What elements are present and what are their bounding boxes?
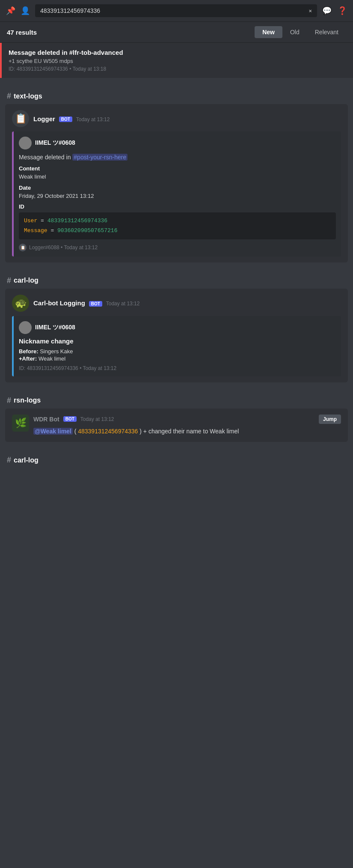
jump-button[interactable]: Jump [319,415,341,424]
after-value: Weak limel [39,355,65,362]
channel-hash-icon-carl: # [7,276,11,285]
sort-tabs: New Old Relevant [255,26,346,38]
svg-point-0 [22,139,28,145]
embed-desc-pre: Message deleted in [19,154,71,161]
logger-timestamp: Today at 13:12 [76,116,110,122]
help-icon[interactable]: ❓ [338,6,347,15]
user-mention: @Weak limel [33,428,73,435]
channel-header-carl-log-1: # carl-log [0,269,353,289]
carlbot-embed: IIMEL ツ#0608 Nickname change Before: Sin… [12,316,341,376]
carl-embed-user-row: IIMEL ツ#0608 [19,321,336,334]
channel-header-text-logs: # text-logs [0,85,353,104]
after-label: +After: [19,355,37,362]
results-bar: 47 results New Old Relevant [0,22,353,43]
carlbot-timestamp: Today at 13:12 [106,301,140,307]
top-bar: 📌 👤 483391312456974336 × 💬 ❓ [0,0,353,22]
logger-username: Logger [33,115,55,122]
embed-user-avatar [19,137,32,149]
bot-badge-wdr: BOT [63,416,77,422]
carl-embed-user-avatar [19,321,32,334]
carl-embed-username: IIMEL ツ#0608 [35,324,75,331]
id-user-key: User [24,218,37,224]
channel-hash-icon-carl-2: # [7,456,11,465]
svg-point-3 [21,329,30,334]
msg-meta: Logger BOT Today at 13:12 [33,115,110,122]
pin-icon[interactable]: 📌 [6,6,15,15]
message-card-wdr: 🌿 WDR Bot BOT Today at 13:12 Jump @Weak … [5,409,348,442]
embed-footer-text: Logger#6088 • Today at 13:12 [29,245,98,251]
deleted-message-card-top: Message deleted in #lfr-tob-advanced +1 … [0,43,353,78]
search-clear-button[interactable]: × [309,8,312,14]
before-label: Before: [19,348,39,355]
msg-header-carlbot: 🐢 Carl-bot Logging BOT Today at 13:12 [12,295,341,312]
channel-name-text-logs: text-logs [14,92,42,100]
user-icon[interactable]: 👤 [21,6,30,15]
message-card-logger: 📋 Logger BOT Today at 13:12 IIMEL ツ#0608… [5,104,348,262]
nickname-before: Before: Singers Kake [19,348,336,355]
channel-name-carl-log-1: carl-log [14,277,39,284]
svg-point-1 [21,145,30,149]
carl-embed-title: Nickname change [19,337,336,345]
rsn-header-row: 🌿 WDR Bot BOT Today at 13:12 Jump @Weak … [12,415,341,436]
id-user-val: 483391312456974336 [47,218,107,224]
svg-point-2 [22,323,28,329]
bot-badge-carlbot: BOT [89,301,102,307]
embed-footer: 📋 Logger#6088 • Today at 13:12 [19,244,336,251]
rsn-message-body: @Weak limel ( 483391312456974336 ) + cha… [33,427,341,436]
rsn-message-text: changed their name to Weak limel [148,428,239,435]
channel-header-carl-log-2: # carl-log [0,449,353,468]
carlbot-avatar: 🐢 [12,295,29,312]
carlbot-username: Carl-bot Logging [33,299,85,307]
channel-hash-icon: # [7,92,11,101]
id-msg-key: Message [24,227,47,234]
top-bar-actions: 💬 ❓ [322,6,347,15]
wdr-timestamp: Today at 13:12 [80,416,114,422]
sort-tab-relevant[interactable]: Relevant [307,26,346,38]
sort-tab-old[interactable]: Old [282,26,307,38]
channel-header-rsn-logs: # rsn-logs [0,389,353,409]
bot-badge-logger: BOT [59,116,72,122]
carl-id-line: ID: 483391312456974336 • Today at 13:12 [19,365,336,371]
embed-field-id-label: ID [19,203,336,210]
channel-name-carl-log-2: carl-log [14,456,39,464]
embed-footer-avatar: 📋 [19,244,27,251]
deleted-msg-id: ID: 483391312456974336 • Today at 13:18 [9,66,123,72]
id-msg-val: 903602090507657216 [57,227,117,234]
chat-icon[interactable]: 💬 [322,6,332,15]
logger-embed: IIMEL ツ#0608 Message deleted in #post-yo… [12,131,341,257]
msg-header-logger: 📋 Logger BOT Today at 13:12 [12,110,341,127]
message-card-carlbot: 🐢 Carl-bot Logging BOT Today at 13:12 II… [5,289,348,382]
embed-field-date-value: Friday, 29 October 2021 13:12 [19,192,336,200]
wdr-username: WDR Bot [33,416,59,423]
logger-avatar: 📋 [12,110,29,127]
embed-field-content-value: Weak limel [19,173,336,181]
search-value: 483391312456974336 [40,7,100,14]
deleted-msg-body: Message deleted in #lfr-tob-advanced +1 … [9,49,123,72]
embed-user-row: IIMEL ツ#0608 [19,137,336,149]
channel-hash-icon-rsn: # [7,396,11,405]
id-eq-1: = [41,218,47,224]
deleted-msg-title: Message deleted in #lfr-tob-advanced [9,49,123,56]
wdr-avatar: 🌿 [12,415,29,432]
rsn-msg-header: WDR Bot BOT Today at 13:12 Jump [33,415,341,424]
deleted-msg-subtitle: +1 scythe EU W505 mdps [9,58,123,64]
search-results-content: Message deleted in #lfr-tob-advanced +1 … [0,43,353,477]
embed-username: IIMEL ツ#0608 [35,139,75,147]
embed-description: Message deleted in #post-your-rsn-here [19,153,336,162]
channel-name-rsn-logs: rsn-logs [14,397,41,404]
nickname-section: Before: Singers Kake +After: Weak limel … [19,348,336,371]
channel-mention: #post-your-rsn-here [72,154,128,161]
id-eq-2: = [50,227,57,234]
rsn-content: WDR Bot BOT Today at 13:12 Jump @Weak li… [33,415,341,436]
carlbot-meta: Carl-bot Logging BOT Today at 13:12 [33,299,139,307]
sort-tab-new[interactable]: New [255,26,282,38]
search-box[interactable]: 483391312456974336 × [35,4,317,17]
embed-field-content-label: Content [19,165,336,172]
results-count: 47 results [7,29,249,36]
id-block: User = 483391312456974336 Message = 9036… [19,212,336,239]
before-value: Singers Kake [40,348,73,355]
embed-field-date-label: Date [19,185,336,191]
mention-id: 483391312456974336 [78,428,138,435]
nickname-after: +After: Weak limel [19,355,336,362]
